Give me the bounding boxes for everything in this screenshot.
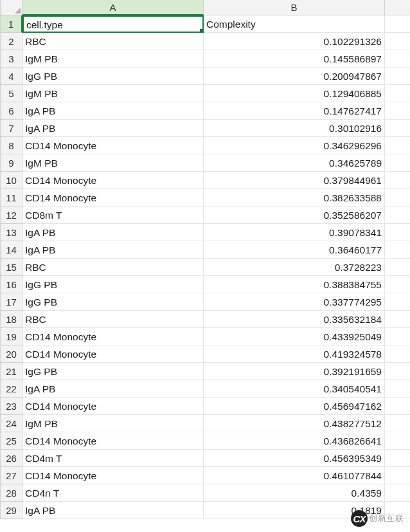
cell[interactable]: IgA PB [22,120,204,137]
cell[interactable]: 0.3728223 [204,259,385,276]
row-header[interactable]: 10 [1,172,22,189]
cell[interactable]: CD14 Monocyte [22,328,204,345]
row-header[interactable]: 6 [1,102,22,120]
cell[interactable] [385,50,410,68]
cell[interactable] [385,415,410,432]
cell[interactable]: 0.34625789 [204,154,385,172]
cell[interactable]: IgA PB [22,102,204,120]
row-header[interactable]: 8 [1,137,22,154]
cell[interactable] [385,450,410,467]
cell[interactable] [385,33,410,50]
cell[interactable]: 0.335632184 [204,311,385,328]
cell[interactable]: 0.4359 [204,484,385,502]
row-header[interactable]: 15 [1,259,22,276]
spreadsheet-grid[interactable]: AB1cell.typeComplexity2RBC0.1022913263Ig… [0,0,410,519]
row-header[interactable]: 25 [1,432,22,450]
row-header[interactable]: 9 [1,154,22,172]
cell[interactable]: CD14 Monocyte [22,137,204,154]
cell[interactable] [385,172,410,189]
cell[interactable]: 0.147627417 [204,102,385,120]
cell[interactable]: 0.456395349 [204,450,385,467]
cell[interactable] [385,154,410,172]
row-header[interactable]: 27 [1,467,22,484]
row-header[interactable]: 28 [1,484,22,502]
row-header[interactable]: 19 [1,328,22,345]
cell[interactable]: CD14 Monocyte [22,345,204,363]
row-header[interactable]: 24 [1,415,22,432]
column-header-a[interactable]: A [22,0,204,15]
cell[interactable]: IgG PB [22,276,204,293]
cell[interactable]: IgG PB [22,293,204,311]
cell[interactable]: 0.346296296 [204,137,385,154]
cell[interactable]: IgM PB [22,154,204,172]
cell[interactable] [385,85,410,102]
cell[interactable]: CD4m T [22,450,204,467]
cell[interactable]: 0.461077844 [204,467,385,484]
cell[interactable]: 0.102291326 [204,33,385,50]
cell[interactable]: Complexity [204,15,385,33]
cell[interactable]: 0.340540541 [204,380,385,398]
cell[interactable] [385,120,410,137]
cell[interactable] [385,398,410,415]
cell[interactable] [385,467,410,484]
cell[interactable]: CD14 Monocyte [22,189,204,206]
cell[interactable]: 0.456947162 [204,398,385,415]
cell[interactable]: 0.382633588 [204,189,385,206]
cell[interactable]: 0.388384755 [204,276,385,293]
row-header[interactable]: 20 [1,345,22,363]
cell[interactable]: 0.36460177 [204,241,385,259]
cell[interactable]: IgM PB [22,50,204,68]
cell[interactable] [385,189,410,206]
cell[interactable]: 0.30102916 [204,120,385,137]
column-header-b[interactable]: B [204,0,385,15]
cell[interactable] [385,328,410,345]
cell[interactable] [385,259,410,276]
cell[interactable]: CD8m T [22,206,204,224]
cell[interactable] [385,345,410,363]
cell[interactable]: CD14 Monocyte [22,467,204,484]
row-header[interactable]: 3 [1,50,22,68]
cell[interactable]: 0.419324578 [204,345,385,363]
cell[interactable] [385,380,410,398]
cell[interactable] [385,484,410,502]
cell[interactable]: IgA PB [22,224,204,241]
cell[interactable]: 0.337774295 [204,293,385,311]
cell[interactable]: 0.129406885 [204,85,385,102]
row-header[interactable]: 21 [1,363,22,380]
row-header[interactable]: 23 [1,398,22,415]
cell[interactable] [385,137,410,154]
row-header[interactable]: 1 [1,15,22,33]
cell[interactable]: CD14 Monocyte [22,398,204,415]
row-header[interactable]: 29 [1,502,22,519]
cell[interactable]: IgG PB [22,363,204,380]
cell[interactable] [385,363,410,380]
cell[interactable]: IgM PB [22,85,204,102]
row-header[interactable]: 18 [1,311,22,328]
row-header[interactable]: 17 [1,293,22,311]
cell[interactable]: IgA PB [22,380,204,398]
cell[interactable] [385,224,410,241]
cell[interactable]: RBC [22,311,204,328]
cell[interactable]: 0.433925049 [204,328,385,345]
cell[interactable]: 0.438277512 [204,415,385,432]
select-all-corner[interactable] [1,0,22,15]
cell[interactable]: IgA PB [22,241,204,259]
cell[interactable] [385,276,410,293]
cell[interactable]: IgG PB [22,68,204,85]
row-header[interactable]: 12 [1,206,22,224]
cell[interactable]: CD14 Monocyte [22,172,204,189]
cell[interactable] [385,102,410,120]
row-header[interactable]: 5 [1,85,22,102]
cell[interactable]: IgM PB [22,415,204,432]
cell[interactable]: 0.39078341 [204,224,385,241]
cell[interactable]: CD4n T [22,484,204,502]
cell[interactable]: 0.392191659 [204,363,385,380]
row-header[interactable]: 16 [1,276,22,293]
cell[interactable]: cell.type [22,15,204,33]
row-header[interactable]: 22 [1,380,22,398]
cell[interactable]: 0.436826641 [204,432,385,450]
cell[interactable]: RBC [22,33,204,50]
cell[interactable]: 0.200947867 [204,68,385,85]
cell[interactable] [385,311,410,328]
cell[interactable]: RBC [22,259,204,276]
